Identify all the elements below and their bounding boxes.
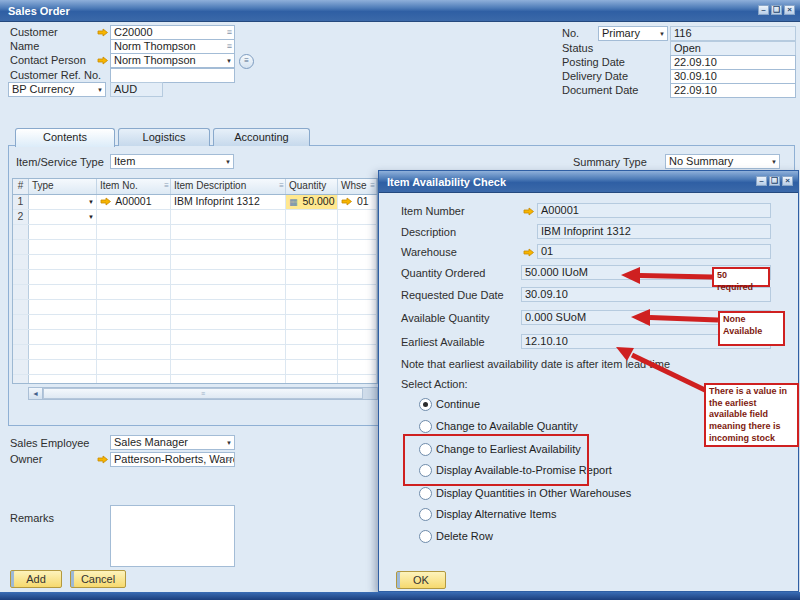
radio-display-quantities-other-warehouses[interactable] xyxy=(419,487,432,500)
link-arrow-icon[interactable] xyxy=(97,56,108,65)
customer-field[interactable]: C20000 ≡ xyxy=(110,25,235,40)
grid-horizontal-scrollbar[interactable]: ◄ ≡ xyxy=(28,387,378,400)
row-number: 1 xyxy=(13,195,29,209)
choose-from-list-icon[interactable]: ≡ xyxy=(227,455,232,464)
choose-from-list-icon[interactable]: ≡ xyxy=(227,42,232,51)
radio-continue-label[interactable]: Continue xyxy=(436,398,480,410)
maximize-icon[interactable]: ❑ xyxy=(771,5,782,15)
ok-button[interactable]: OK xyxy=(396,571,446,589)
item-no-cell[interactable] xyxy=(97,210,171,224)
delivery-date-field[interactable]: 30.09.10 xyxy=(670,69,796,84)
customer-label: Customer xyxy=(10,26,58,38)
bp-currency-select[interactable]: BP Currency ▼ xyxy=(8,82,106,97)
type-cell[interactable]: ▼ xyxy=(29,210,97,224)
name-field[interactable]: Norm Thompson ≡ xyxy=(110,39,235,54)
link-arrow-icon[interactable] xyxy=(97,455,108,464)
column-link-icon: ≡ xyxy=(370,181,375,190)
status-bar xyxy=(0,592,800,600)
table-row-empty xyxy=(13,285,377,300)
contact-person-field[interactable]: Norm Thompson ▼ xyxy=(110,53,235,68)
col-header-num[interactable]: # xyxy=(13,179,29,194)
no-label: No. xyxy=(562,27,579,39)
radio-delete-row-label[interactable]: Delete Row xyxy=(436,530,493,542)
item-number-label: Item Number xyxy=(401,205,465,217)
tab-contents[interactable]: Contents xyxy=(15,128,115,147)
link-arrow-icon[interactable] xyxy=(341,197,352,206)
item-no-cell[interactable]: A00001 xyxy=(97,195,171,209)
customer-ref-label: Customer Ref. No. xyxy=(10,69,101,81)
type-cell[interactable]: ▼ xyxy=(29,195,97,209)
chevron-down-icon[interactable]: ▼ xyxy=(88,199,94,205)
summary-type-label: Summary Type xyxy=(573,156,647,168)
close-icon[interactable]: × xyxy=(784,5,795,15)
chevron-down-icon: ▼ xyxy=(97,87,103,93)
description-cell[interactable]: IBM Infoprint 1312 xyxy=(171,195,286,209)
tab-accounting[interactable]: Accounting xyxy=(213,128,310,146)
quantity-cell[interactable] xyxy=(286,210,338,224)
radio-display-alternative-items[interactable] xyxy=(419,508,432,521)
choose-from-list-icon[interactable]: ≡ xyxy=(227,28,232,37)
col-header-item-no[interactable]: Item No. ≡ xyxy=(97,179,171,194)
close-icon[interactable]: × xyxy=(782,176,793,186)
warehouse-value: 01 xyxy=(537,244,771,259)
description-label: Description xyxy=(401,226,456,238)
item-number-value: A00001 xyxy=(537,203,771,218)
radio-change-to-earliest-availability[interactable] xyxy=(419,443,432,456)
col-header-type[interactable]: Type xyxy=(29,179,97,194)
name-label: Name xyxy=(10,40,39,52)
table-row-empty xyxy=(13,225,377,240)
no-series-select[interactable]: Primary ▼ xyxy=(598,26,668,41)
annotation-callout-qty: 50 required xyxy=(712,267,770,287)
requested-due-date-label: Requested Due Date xyxy=(401,289,504,301)
link-arrow-icon[interactable] xyxy=(97,28,108,37)
col-header-description[interactable]: Item Description ≡ xyxy=(171,179,286,194)
maximize-icon[interactable]: ❑ xyxy=(769,176,780,186)
grid-header-row: # Type Item No. ≡ Item Description ≡ Qua… xyxy=(13,179,377,195)
sales-order-window: Sales Order – ❑ × Customer C20000 ≡ Name… xyxy=(0,0,800,600)
radio-delete-row[interactable] xyxy=(419,530,432,543)
table-row[interactable]: 1 ▼ A00001 IBM Infoprint 1312 ▦ 50.000 0… xyxy=(13,195,377,210)
scroll-left-icon[interactable]: ◄ xyxy=(29,388,43,399)
table-row-empty xyxy=(13,270,377,285)
chevron-down-icon[interactable]: ▼ xyxy=(88,214,94,220)
contact-person-label: Contact Person xyxy=(10,54,86,66)
table-row-empty xyxy=(13,375,377,384)
cancel-button[interactable]: Cancel xyxy=(70,570,126,588)
minimize-icon[interactable]: – xyxy=(756,176,767,186)
chevron-down-icon[interactable]: ▼ xyxy=(226,58,232,64)
owner-field[interactable]: Patterson-Roberts, Warren ≡ xyxy=(110,452,235,467)
tab-logistics[interactable]: Logistics xyxy=(118,128,210,146)
items-grid: # Type Item No. ≡ Item Description ≡ Qua… xyxy=(12,178,378,384)
sales-employee-select[interactable]: Sales Manager ▼ xyxy=(110,435,235,450)
col-header-whse[interactable]: Whse ≡ xyxy=(338,179,377,194)
radio-change-to-earliest-availability-label[interactable]: Change to Earliest Availability xyxy=(436,443,581,455)
radio-display-quantities-other-warehouses-label[interactable]: Display Quantities in Other Warehouses xyxy=(436,487,631,499)
link-arrow-icon[interactable] xyxy=(100,197,111,206)
radio-change-to-available-quantity[interactable] xyxy=(419,420,432,433)
radio-display-alternative-items-label[interactable]: Display Alternative Items xyxy=(436,508,556,520)
link-arrow-icon[interactable] xyxy=(523,207,534,216)
whse-cell[interactable] xyxy=(338,210,377,224)
posting-date-field[interactable]: 22.09.10 xyxy=(670,55,796,70)
description-cell[interactable] xyxy=(171,210,286,224)
document-date-field[interactable]: 22.09.10 xyxy=(670,83,796,98)
radio-change-to-available-quantity-label[interactable]: Change to Available Quantity xyxy=(436,420,578,432)
quantity-cell[interactable]: ▦ 50.000 xyxy=(286,195,338,209)
scrollbar-thumb[interactable]: ≡ xyxy=(43,388,363,399)
radio-continue[interactable] xyxy=(419,398,432,411)
customer-ref-field[interactable] xyxy=(110,68,235,83)
whse-cell[interactable]: 01 xyxy=(338,195,377,209)
table-row[interactable]: 2 ▼ xyxy=(13,210,377,225)
remarks-textarea[interactable] xyxy=(110,505,235,567)
radio-display-atp-report[interactable] xyxy=(419,464,432,477)
item-service-type-select[interactable]: Item ▼ xyxy=(110,154,234,169)
minimize-icon[interactable]: – xyxy=(758,5,769,15)
radio-display-atp-report-label[interactable]: Display Available-to-Promise Report xyxy=(436,464,612,476)
contact-detail-button[interactable]: ≡ xyxy=(239,54,254,69)
available-quantity-label: Available Quantity xyxy=(401,312,489,324)
col-header-quantity[interactable]: Quantity xyxy=(286,179,338,194)
add-button[interactable]: Add xyxy=(10,570,62,588)
window-titlebar: Sales Order – ❑ × xyxy=(0,0,800,22)
link-arrow-icon[interactable] xyxy=(523,248,534,257)
summary-type-select[interactable]: No Summary ▼ xyxy=(665,154,780,169)
